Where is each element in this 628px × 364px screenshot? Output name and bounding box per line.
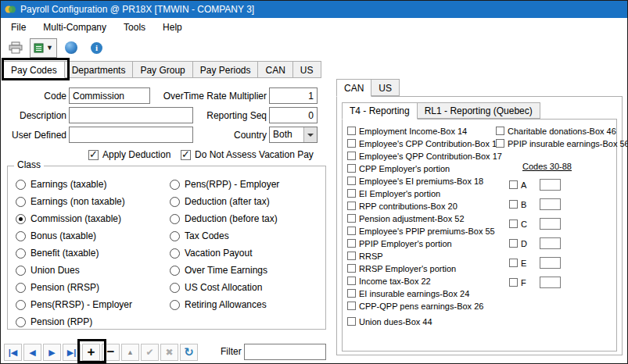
next-record-button[interactable]: ▶ — [43, 344, 61, 361]
t4-checkbox-item[interactable]: Charitable donations-Box 46 — [496, 126, 628, 136]
t4-checkbox-item[interactable]: RRSP — [347, 251, 502, 261]
help-info-button[interactable] — [86, 38, 107, 58]
t4-checkbox-item[interactable]: Union dues-Box 44 — [347, 316, 502, 327]
chevron-down-icon[interactable] — [303, 127, 317, 142]
checkbox-label: RPP contributions-Box 20 — [359, 202, 458, 211]
code-checkbox[interactable] — [509, 278, 518, 287]
class-radio-option[interactable]: Tax Codes — [170, 227, 279, 244]
code-letter-label: D — [521, 239, 532, 248]
class-radio-option[interactable]: Pension (RRSP) — [16, 279, 132, 296]
menu-item-help[interactable]: Help — [154, 19, 191, 36]
tab-t4-reporting[interactable]: T4 - Reporting — [342, 102, 418, 120]
tab-us-reporting[interactable]: US — [371, 79, 400, 96]
t4-checkbox-item[interactable]: Employee's CPP Contribution-Box 16 — [347, 138, 502, 148]
t4-checkbox-item[interactable]: Employee's EI premiums-Box 18 — [347, 176, 502, 186]
print-button[interactable] — [5, 38, 26, 58]
radio-label: Earnings (taxable) — [31, 179, 106, 190]
class-radio-option[interactable]: US Cost Allocation — [170, 279, 279, 296]
class-radio-option[interactable]: Commission (taxable) — [16, 210, 132, 227]
sync-icon — [65, 41, 77, 54]
user-defined-label: User Defined — [1, 127, 66, 143]
menu-item-file[interactable]: File — [2, 19, 34, 36]
code-value-input[interactable] — [540, 218, 561, 230]
title-bar[interactable]: Payroll Configuration @ PR18X [TMWIN - C… — [1, 1, 627, 18]
post-record-button[interactable]: ✔ — [141, 344, 159, 361]
class-radio-option[interactable]: Pension (RPP) — [16, 313, 132, 330]
menu-item-multi-company[interactable]: Multi-Company — [34, 19, 115, 36]
class-radio-option[interactable]: Earnings (non taxable) — [16, 193, 132, 210]
refresh-records-button[interactable]: ↻ — [180, 344, 198, 361]
t4-checkbox-item[interactable]: CPP Employer's portion — [347, 163, 502, 173]
code-value-input[interactable] — [540, 198, 561, 210]
t4-checkbox-item[interactable]: EI Employer's portion — [347, 188, 502, 198]
class-radio-option[interactable]: Union Dues — [16, 262, 132, 279]
export-dropdown-button[interactable]: ▼ — [30, 38, 57, 58]
tab-can[interactable]: CAN — [257, 61, 292, 78]
tab-pay-codes[interactable]: Pay Codes — [3, 61, 65, 78]
menu-item-tools[interactable]: Tools — [115, 19, 154, 36]
t4-checkbox-item[interactable]: Employee's QPP Contribution-Box 17 — [347, 151, 502, 161]
add-record-button[interactable]: + — [82, 344, 100, 361]
class-radio-option[interactable]: Pens(RPP) - Employer — [170, 176, 279, 193]
tab-pay-periods[interactable]: Pay Periods — [192, 61, 259, 78]
delete-record-button[interactable]: − — [102, 344, 120, 361]
class-radio-option[interactable]: Over Time Earnings — [170, 262, 279, 279]
apply-deduction-checkbox[interactable]: Apply Deduction — [88, 148, 170, 161]
t4-checkbox-item[interactable]: PPIP insurable earnings-Box 56 — [496, 138, 628, 148]
class-radio-option[interactable]: Deduction (before tax) — [170, 210, 279, 227]
code-value-input[interactable] — [540, 257, 561, 269]
first-record-button[interactable]: |◀ — [4, 344, 22, 361]
radio-icon — [16, 231, 26, 241]
reporting-seq-input[interactable] — [269, 107, 318, 123]
cancel-record-button[interactable]: ✖ — [160, 344, 178, 361]
country-select[interactable]: Both — [269, 127, 318, 143]
code-value-input[interactable] — [540, 277, 561, 288]
code-checkbox[interactable] — [509, 239, 518, 248]
filter-input[interactable] — [244, 344, 326, 360]
t4-checkbox-item[interactable]: RRSP Employer's portion — [347, 263, 502, 273]
t4-checkbox-item[interactable]: PPIP Employer's portion — [347, 238, 502, 248]
code-letter-label: F — [521, 278, 532, 287]
code-checkbox[interactable] — [509, 200, 518, 209]
t4-checkbox-item[interactable]: RPP contributions-Box 20 — [347, 201, 502, 211]
class-radio-option[interactable]: Deduction (after tax) — [170, 193, 279, 210]
tab-pay-group[interactable]: Pay Group — [132, 61, 192, 78]
code-checkbox[interactable] — [509, 180, 518, 189]
t4-checkbox-item[interactable]: Employee's PPIP premiums-Box 55 — [347, 226, 502, 236]
code-value-input[interactable] — [540, 179, 561, 191]
class-radio-option[interactable]: Earnings (taxable) — [16, 176, 132, 193]
code-checkbox[interactable] — [509, 259, 518, 267]
t4-checkbox-item[interactable]: Income tax-Box 22 — [347, 276, 502, 286]
nav-button-glyph: ▶| — [67, 348, 77, 358]
code-input[interactable] — [69, 87, 150, 104]
tab-departments[interactable]: Departments — [64, 61, 134, 78]
class-radio-option[interactable]: Vacation Payout — [170, 244, 279, 262]
checkbox-icon — [347, 239, 356, 248]
code-checkbox[interactable] — [509, 219, 518, 228]
t4-checkbox-item[interactable]: Employment Income-Box 14 — [347, 126, 502, 136]
t4-checkbox-item[interactable]: CPP-QPP pens earnings-Box 26 — [347, 301, 502, 311]
previous-record-button[interactable]: ◀ — [23, 344, 41, 361]
class-radio-option[interactable]: Pens(RRSP) - Employer — [16, 296, 132, 313]
checkbox-label: Charitable donations-Box 46 — [508, 127, 616, 136]
code-value-input[interactable] — [540, 237, 561, 249]
tab-can-reporting[interactable]: CAN — [336, 79, 371, 97]
class-radio-option[interactable]: Retiring Allowances — [170, 296, 279, 313]
class-radio-option[interactable]: Bonus (taxable) — [16, 227, 132, 244]
t4-checkbox-item[interactable]: EI insurable earnings-Box 24 — [347, 288, 502, 298]
tab-rl1-reporting[interactable]: RL1 - Reporting (Quebec) — [417, 102, 540, 119]
checkbox-icon — [347, 152, 356, 160]
sync-button[interactable] — [61, 38, 82, 58]
description-label: Description — [7, 108, 66, 123]
radio-label: Bonus (taxable) — [31, 230, 96, 241]
nav-button-glyph: ▲ — [127, 348, 134, 356]
t4-checkbox-item[interactable]: Pension adjustment-Box 52 — [347, 213, 502, 223]
last-record-button[interactable]: ▶| — [63, 344, 81, 361]
class-radio-option[interactable]: Benefit (taxable) — [16, 244, 132, 262]
overtime-rate-multiplier-input[interactable] — [269, 87, 318, 104]
edit-record-button[interactable]: ▲ — [121, 344, 139, 361]
tab-us[interactable]: US — [292, 61, 321, 78]
can-reporting-panel: T4 - Reporting RL1 - Reporting (Quebec) … — [336, 96, 623, 355]
radio-icon — [170, 180, 180, 190]
do-not-assess-vacation-pay-checkbox[interactable]: Do Not Assess Vacation Pay — [181, 148, 314, 161]
